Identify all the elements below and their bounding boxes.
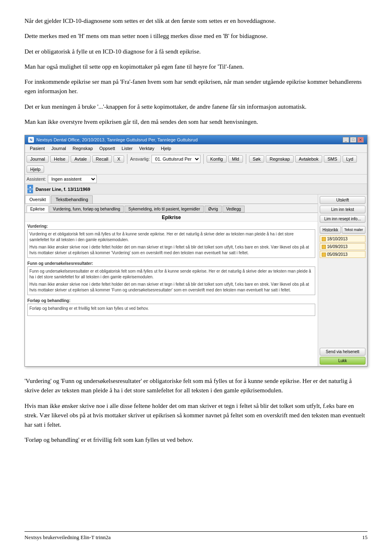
window-title: Nextsys Dental Office, 20/10/2013, Tannl…	[36, 137, 198, 142]
lukk-button[interactable]: Lukk	[320, 357, 365, 365]
avtalebok-button[interactable]: Avtalebok	[295, 155, 322, 163]
menu-journal[interactable]: Journal	[48, 145, 69, 152]
helse-button[interactable]: Helse	[50, 155, 69, 163]
funn-label: Funn og undersøkelsesresultater:	[27, 261, 315, 266]
title-bar-left: N Nextsys Dental Office, 20/10/2013, Tan…	[28, 137, 198, 143]
forlop-section: Forløp og behandling: Forløp og behandli…	[27, 298, 315, 316]
vurdering-box[interactable]: Vurdering er et obligatorisk felt som må…	[27, 229, 315, 258]
assistent-bar: Assistent: Ingen assistent	[25, 175, 367, 184]
para-4: Man har også mulighet til sette opp en k…	[24, 62, 368, 72]
menu-bar: Pasient Journal Regnskap Oppsett Lister …	[25, 144, 367, 153]
bottom-para-1: 'Vurdering' og 'Funn og undersøkelsesres…	[24, 376, 368, 396]
tab-tekstbehandling[interactable]: Tekstbehandling	[51, 195, 93, 204]
avtale-button[interactable]: Avtale	[71, 155, 90, 163]
menu-regnskap[interactable]: Regnskap	[69, 145, 96, 152]
bottom-para-2: Hvis man ikke ønsker skrive noe i alle d…	[24, 401, 368, 430]
assistent-select[interactable]: Ingen assistent	[48, 175, 97, 183]
sms-button[interactable]: SMS	[324, 155, 341, 163]
vurdering-text1: Vurdering er et obligatorisk felt som må…	[29, 231, 313, 243]
menu-hjelp[interactable]: Hjelp	[158, 145, 174, 152]
footer: Nextsys brukerveiledning Elin-T trinn2a …	[24, 531, 368, 541]
funn-box[interactable]: Funn og undersøkelsesresultater er et ob…	[27, 266, 315, 295]
subtab-ovrig[interactable]: Øvrig	[205, 206, 222, 213]
epikrise-content: Vurdering: Vurdering er et obligatorisk …	[25, 222, 318, 322]
vurdering-section: Vurdering: Vurdering er et obligatorisk …	[27, 224, 315, 258]
close-button[interactable]: ✕	[357, 137, 364, 143]
para-2: Dette merkes med en 'H' mens om man sett…	[24, 31, 368, 41]
tekst-maler-button[interactable]: Tekst maler	[342, 226, 365, 234]
menu-oppsett[interactable]: Oppsett	[96, 145, 118, 152]
footer-right: 15	[362, 534, 368, 541]
history-date-3: 05/09/2013	[327, 252, 347, 257]
ansvarlig-select[interactable]: 01. Guttulsrud Per	[151, 155, 200, 163]
nav-down-arrow[interactable]: ▼	[27, 189, 33, 193]
window-controls[interactable]: _ □ ✕	[343, 137, 364, 143]
epikrise-title: Epikrise	[25, 213, 318, 222]
regnskap-button[interactable]: Regnskap	[266, 155, 294, 163]
lim-inn-resept-button[interactable]: Lim inn resept info...	[320, 215, 365, 223]
mld-button[interactable]: Mld	[228, 155, 243, 163]
application-window: N Nextsys Dental Office, 20/10/2013, Tan…	[24, 135, 368, 367]
subtab-sykemelding[interactable]: Sykemelding, info til pasient, legemidle…	[125, 206, 204, 213]
subtab-vedlegg[interactable]: Vedlegg	[223, 206, 245, 213]
para-3: Det er obligatorisk å fylle ut en ICD-10…	[24, 47, 368, 56]
history-item-3[interactable]: 05/09/2013	[320, 251, 365, 258]
historikk-button[interactable]: Historikk	[320, 226, 341, 234]
nav-arrows: ▲ ▼	[27, 185, 33, 193]
footer-left: Nextsys brukerveiledning Elin-T trinn2a	[24, 534, 111, 541]
window-content: Oversikt Tekstbehandling Epikrise Vurder…	[25, 195, 367, 366]
subtab-vurdering[interactable]: Vurdering, funn, forløp og behandling	[49, 206, 124, 213]
send-helsenett-button[interactable]: Send via helsenett	[320, 348, 365, 356]
para-6: Det er kun meningen å bruke '...'-knappe…	[24, 102, 368, 112]
minimize-button[interactable]: _	[343, 137, 349, 143]
sok-button[interactable]: Søk	[249, 155, 265, 163]
utskrift-button[interactable]: Utskrift	[320, 196, 365, 204]
journal-button[interactable]: Journal	[27, 155, 49, 163]
lim-inn-button[interactable]: Lim inn tekst	[320, 206, 365, 213]
menu-verktoy[interactable]: Verktøy	[136, 145, 158, 152]
patient-name: Danser Line, f. 13/11/1969	[36, 187, 90, 192]
patient-bar: ▲ ▼ Danser Line, f. 13/11/1969	[25, 184, 367, 195]
subtab-epikrise[interactable]: Epikrise	[27, 206, 49, 213]
forlop-text1: Forløp og behandling er et frivillig fel…	[29, 306, 313, 311]
history-list: 18/10/2013 16/09/2013 05/09/2013	[320, 235, 365, 346]
toolbar-sep-2	[203, 154, 204, 164]
konfig-button[interactable]: Konfig	[207, 155, 227, 163]
bottom-text: 'Vurdering' og 'Funn og undersøkelsesres…	[24, 376, 368, 445]
main-tabs: Oversikt Tekstbehandling	[25, 195, 318, 204]
menu-lister[interactable]: Lister	[118, 145, 136, 152]
history-date-2: 16/09/2013	[327, 244, 347, 249]
ansvarlig-label: Ansvarlig:	[130, 157, 150, 161]
right-panel: Utskrift Lim inn tekst Lim inn resept in…	[318, 195, 367, 366]
bottom-para-3: 'Forløp og behandling' er et frivillig f…	[24, 435, 368, 445]
toolbar-sep-3	[246, 154, 246, 164]
history-item-1[interactable]: 18/10/2013	[320, 235, 365, 242]
title-bar: N Nextsys Dental Office, 20/10/2013, Tan…	[25, 135, 367, 144]
hjelp-button[interactable]: Hjelp	[27, 166, 44, 173]
para-7: Man kan ikke overstyre hvem epikrisen gå…	[24, 117, 368, 127]
maximize-button[interactable]: □	[350, 137, 356, 143]
history-icon-3	[322, 253, 326, 257]
forlop-box[interactable]: Forløp og behandling er et frivillig fel…	[27, 304, 315, 316]
lyd-button[interactable]: Lyd	[343, 155, 357, 163]
left-panel: Oversikt Tekstbehandling Epikrise Vurder…	[25, 195, 318, 366]
menu-pasient[interactable]: Pasient	[27, 145, 48, 152]
history-item-2[interactable]: 16/09/2013	[320, 243, 365, 250]
assistent-label: Assistent:	[27, 177, 46, 181]
history-icon-1	[322, 237, 326, 241]
recall-button[interactable]: Recall	[92, 155, 112, 163]
intro-text: Når det gjelder ICD-10-diagnosene som se…	[24, 16, 368, 127]
tab-oversikt[interactable]: Oversikt	[25, 195, 50, 204]
subtabs-row: Epikrise Vurdering, funn, forløp og beha…	[25, 204, 318, 213]
funn-text2: Hvis man ikke ønsker skrive noe i dette …	[29, 282, 313, 293]
para-5: For innkommende epikrise ser man på 'Fra…	[24, 77, 368, 96]
vurdering-text2: Hvis man ikke ønsker skrive noe i dette …	[29, 244, 313, 256]
vurdering-label: Vurdering:	[27, 224, 315, 228]
nav-up-arrow[interactable]: ▲	[27, 185, 33, 189]
history-date-1: 18/10/2013	[327, 237, 347, 241]
para-1: Når det gjelder ICD-10-diagnosene som se…	[24, 16, 368, 26]
x-button[interactable]: X	[114, 155, 124, 163]
toolbar-sep-1	[127, 154, 127, 164]
main-toolbar: Journal Helse Avtale Recall X Ansvarlig:…	[25, 153, 367, 175]
funn-section: Funn og undersøkelsesresultater: Funn og…	[27, 261, 315, 295]
